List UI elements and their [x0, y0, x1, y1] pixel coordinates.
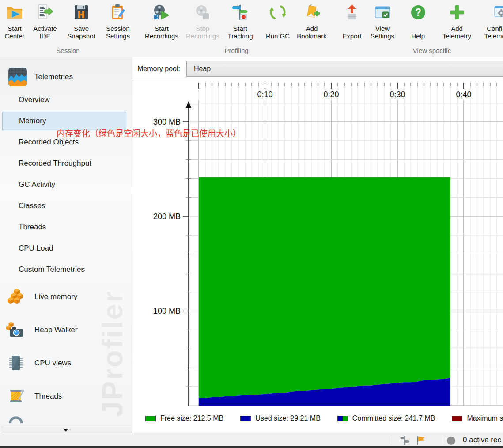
toolbar-item-label: Add Telemetry: [438, 23, 477, 40]
svg-text:300 MB: 300 MB: [153, 118, 181, 126]
sidebar-view-label: Recorded Throughput: [19, 159, 91, 168]
view-settings-icon: [374, 4, 391, 21]
legend-label: Free size: 212.5 MB: [160, 414, 223, 422]
sidebar-item-cpu-load[interactable]: CPU Load: [0, 238, 132, 259]
legend-label: Used size: 29.21 MB: [255, 414, 321, 422]
statusbar-separator: [442, 435, 442, 445]
sidebar-view-label: Custom Telemetries: [19, 265, 85, 274]
run-gc-icon: [269, 4, 287, 21]
toolbar-item-label: Start Tracking: [223, 23, 257, 40]
tracking-status-icon[interactable]: [400, 435, 410, 446]
add-bookmark-icon: [303, 4, 321, 21]
svg-text:?: ?: [415, 7, 421, 18]
memory-pool-row: Memory pool: Heap: [132, 57, 503, 81]
toolbar-item-label: Save Snapshot: [62, 23, 101, 40]
heap-walker-icon: [6, 320, 26, 340]
start-recordings-button[interactable]: Start Recordings: [141, 0, 182, 40]
sidebar-item-recorded-throughput[interactable]: Recorded Throughput: [0, 153, 132, 174]
sidebar-item-threads-views[interactable]: Threads: [0, 380, 132, 413]
sidebar-item-overview[interactable]: Overview: [0, 89, 132, 110]
start-center-icon: [6, 4, 23, 21]
memory-pool-value: Heap: [194, 65, 211, 73]
activate-ide-button[interactable]: Activate IDE: [28, 0, 62, 40]
save-snapshot-button[interactable]: Save Snapshot: [62, 0, 101, 40]
toolbar-item-label: Session Settings: [101, 23, 135, 40]
sidebar-item-gc-activity[interactable]: GC Activity: [0, 174, 132, 195]
threads-icon: [6, 387, 26, 406]
help-button[interactable]: ? Help: [405, 0, 431, 40]
jprofiler-window: Start Center Activate IDE: [0, 0, 503, 448]
toolbar-item-label: Start Recordings: [141, 23, 182, 40]
stop-recordings-icon: [194, 4, 212, 21]
sidebar-item-classes[interactable]: Classes: [0, 195, 132, 216]
export-icon: [343, 4, 361, 21]
view-sidebar: Telemetries Overview Memory Recorded Obj…: [0, 57, 132, 433]
add-bookmark-button[interactable]: Add Bookmark: [292, 0, 332, 40]
statusbar-separator: [389, 435, 389, 445]
start-tracking-button[interactable]: Start Tracking: [223, 0, 257, 40]
telemetry-content: Memory pool: Heap 0:100:200:300:40100 MB…: [132, 57, 503, 433]
view-settings-button[interactable]: View Settings: [366, 0, 399, 40]
partial-section-icon: [6, 413, 26, 423]
sidebar-section-label: Heap Walker: [34, 326, 78, 334]
toolbar-item-label: Start Center: [1, 23, 28, 40]
sidebar-view-label: GC Activity: [19, 180, 55, 189]
cpu-views-icon: [6, 353, 26, 373]
legend-label: Committed size: 241.7 MB: [352, 414, 435, 422]
run-gc-button[interactable]: Run GC: [264, 0, 292, 40]
start-center-button[interactable]: Start Center: [1, 0, 28, 40]
start-recordings-icon: [153, 4, 170, 21]
stop-recordings-button: Stop Recordings: [182, 0, 223, 40]
add-telemetry-button[interactable]: Add Telemetry: [438, 0, 477, 40]
memory-annotation-note: 内存变化（绿色是空闲大小，蓝色是已使用大小）: [57, 127, 241, 139]
bookmark-flag-icon[interactable]: [416, 435, 427, 446]
sidebar-item-partial[interactable]: [0, 413, 132, 423]
legend-committed-size: Committed size: 241.7 MB: [337, 414, 435, 422]
toolbar-item-label: Help: [411, 23, 425, 40]
sidebar-item-custom-telemetries[interactable]: Custom Telemetries: [0, 259, 132, 280]
sidebar-section-label: Threads: [34, 392, 62, 401]
save-snapshot-icon: [72, 4, 90, 21]
toolbar-item-label: Stop Recordings: [182, 23, 223, 40]
toolbar-group-label-session: Session: [1, 45, 135, 57]
recording-status-icon: [447, 437, 455, 445]
toolbar-item-label: Run GC: [266, 23, 290, 40]
svg-text:0:10: 0:10: [257, 90, 272, 99]
start-tracking-icon: [231, 4, 249, 21]
export-button[interactable]: Export: [338, 0, 366, 40]
legend-label: Maximum size:: [467, 414, 503, 422]
sidebar-item-cpu-views[interactable]: CPU views: [0, 346, 132, 380]
sidebar-item-threads-telemetry[interactable]: Threads: [0, 216, 132, 238]
used-size-swatch: [240, 416, 251, 421]
toolbar-group-profiling: Start Recordings Stop Recordings: [141, 0, 332, 57]
session-settings-button[interactable]: Session Settings: [101, 0, 135, 40]
svg-text:100 MB: 100 MB: [153, 307, 181, 315]
toolbar-item-label: Export: [342, 23, 361, 40]
sidebar-view-label: Memory: [19, 117, 46, 125]
toolbar-group-session: Start Center Activate IDE: [1, 0, 135, 57]
maximum-size-swatch: [452, 416, 462, 421]
sidebar-item-live-memory[interactable]: Live memory: [0, 280, 132, 313]
sidebar-view-label: Recorded Objects: [19, 138, 79, 147]
svg-text:0:20: 0:20: [323, 90, 339, 99]
toolbar-item-label: View Settings: [366, 23, 399, 40]
svg-text:0:30: 0:30: [390, 90, 405, 99]
sidebar-item-telemetries[interactable]: Telemetries: [0, 65, 132, 89]
sidebar-item-heap-walker[interactable]: Heap Walker: [0, 313, 132, 346]
configure-telemetries-button[interactable]: Configure Telemetries: [477, 0, 503, 40]
sidebar-scroll-down[interactable]: [1, 427, 131, 433]
toolbar-group-label-profiling: Profiling: [141, 45, 332, 57]
sidebar-view-label: Overview: [19, 95, 50, 104]
committed-size-swatch: [337, 416, 348, 421]
sidebar-view-label: Classes: [19, 201, 45, 210]
active-recordings-status[interactable]: 0 active rec: [463, 436, 501, 444]
svg-text:0:40: 0:40: [456, 90, 471, 99]
activate-ide-icon: [36, 4, 54, 21]
memory-pool-select[interactable]: Heap: [186, 61, 503, 77]
toolbar-group-view-specific: Export View Settings ?: [338, 0, 503, 57]
configure-telemetries-icon: [492, 4, 503, 21]
toolbar-item-label: Activate IDE: [28, 23, 62, 40]
toolbar-item-label: Add Bookmark: [292, 23, 332, 40]
main-toolbar: Start Center Activate IDE: [0, 0, 503, 57]
sidebar-section-label: CPU views: [34, 359, 71, 368]
